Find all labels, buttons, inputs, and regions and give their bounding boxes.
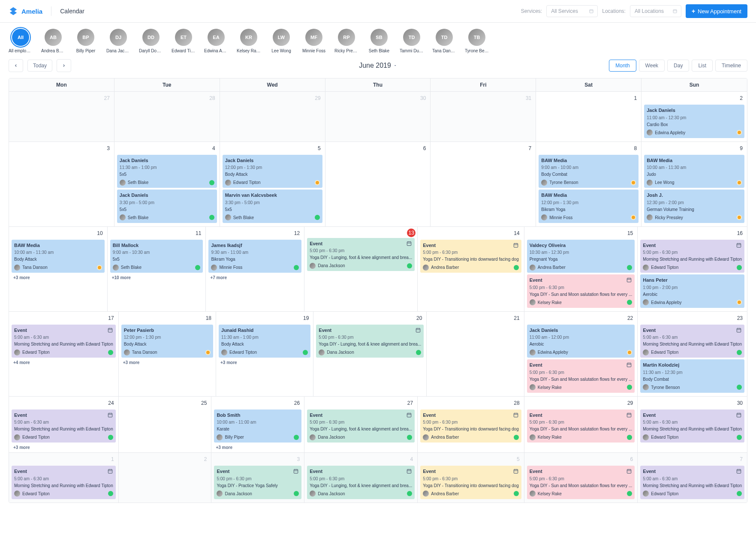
appointment-card[interactable]: Event5:00 pm - 6:30 pmMorning Stretching… — [640, 240, 744, 273]
appointment-card[interactable]: Valdecy Oliveira10:30 am - 12:30 pmPregn… — [527, 240, 635, 273]
calendar-day[interactable]: 21 — [427, 312, 524, 396]
calendar-day[interactable]: 22Jack Daniels11:00 am - 12:00 pmAerobic… — [524, 312, 638, 396]
calendar-day[interactable]: 26Bob Smith10:00 am - 11:00 amKarateBill… — [211, 397, 304, 453]
employee-item[interactable]: DDDaryll Donov... — [139, 29, 163, 53]
calendar-day[interactable]: 2Jack Daniels11:00 am - 12:30 pmCardio B… — [642, 92, 747, 142]
appointment-card[interactable]: Event5:00 pm - 6:30 pmYoga DIY - Sun and… — [527, 409, 635, 443]
appointment-card[interactable]: Event5:00 am - 6:30 amMorning Stretching… — [640, 325, 744, 358]
appointment-card[interactable]: Junaid Rashid11:30 am - 1:00 pmBody Atta… — [219, 325, 310, 358]
calendar-day[interactable]: 6Event5:00 pm - 6:30 pmYoga DIY - Sun an… — [524, 453, 638, 503]
next-button[interactable] — [57, 59, 71, 72]
employee-item[interactable]: TDTana Danson — [432, 29, 456, 53]
view-tab-list[interactable]: List — [692, 60, 713, 72]
today-button[interactable]: Today — [27, 60, 52, 72]
new-appointment-button[interactable]: + New Appointment — [686, 4, 747, 18]
appointment-card[interactable]: Event5:00 am - 6:30 amMorning Stretching… — [640, 466, 744, 499]
view-tab-timeline[interactable]: Timeline — [715, 60, 747, 72]
more-link[interactable]: +3 more — [218, 359, 311, 366]
employee-item[interactable]: LWLee Wong — [269, 29, 293, 53]
employee-item[interactable]: AllAll employees — [9, 29, 33, 53]
prev-button[interactable] — [9, 59, 23, 72]
appointment-card[interactable]: BAW Media12:00 pm - 1:30 pmBikram YogaMi… — [539, 190, 639, 223]
calendar-day[interactable]: 19Junaid Rashid11:30 am - 1:00 pmBody At… — [216, 312, 313, 396]
appointment-card[interactable]: James Ikadsjf9:30 am - 11:00 amBikram Yo… — [208, 240, 301, 273]
view-tab-week[interactable]: Week — [639, 60, 665, 72]
calendar-day[interactable]: 15Valdecy Oliveira10:30 am - 12:30 pmPre… — [524, 227, 638, 311]
appointment-card[interactable]: Event5:00 pm - 6:30 pmYoga DIY - Practic… — [214, 466, 301, 499]
employee-item[interactable]: ABAndrea Barber — [41, 29, 65, 53]
appointment-card[interactable]: Marvin van Kalcvsbeek3:30 pm - 5:00 pm5x… — [223, 190, 322, 223]
calendar-day[interactable]: 8BAW Media9:00 am - 10:00 amBody CombatT… — [536, 142, 642, 226]
calendar-day[interactable]: 18Peter Pasierb12:00 pm - 1:30 pmBody At… — [119, 312, 216, 396]
calendar-day[interactable]: 4Event5:00 pm - 6:30 pmYoga DIY - Lungin… — [304, 453, 418, 503]
appointment-card[interactable]: BAW Media10:00 am - 11:30 amBody AttackT… — [12, 240, 105, 273]
locations-select[interactable]: All Locations — [630, 5, 681, 17]
appointment-card[interactable]: Event5:00 pm - 6:30 pmYoga DIY - Transit… — [420, 466, 521, 499]
appointment-card[interactable]: Martin Kolodziej11:30 am - 12:30 pmBody … — [640, 359, 744, 393]
appointment-card[interactable]: Event5:00 pm - 6:30 pmYoga DIY - Lunging… — [316, 325, 424, 358]
appointment-card[interactable]: Event5:00 pm - 6:30 pmYoga DIY - Transit… — [420, 240, 521, 273]
more-link[interactable]: +3 more — [120, 359, 214, 366]
appointment-card[interactable]: Jack Daniels11:30 am - 1:00 pm5x5Seth Bl… — [117, 155, 217, 188]
more-link[interactable]: +4 more — [11, 359, 117, 366]
calendar-day[interactable]: 6 — [325, 142, 431, 226]
calendar-day[interactable]: 29 — [220, 92, 325, 142]
calendar-day[interactable]: 25 — [119, 397, 212, 453]
calendar-day[interactable]: 28 — [114, 92, 220, 142]
appointment-card[interactable]: Event5:00 pm - 6:30 pmYoga DIY - Lunging… — [307, 409, 415, 443]
employee-item[interactable]: TDTammi Dukes — [400, 29, 424, 53]
calendar-day[interactable]: 12James Ikadsjf9:30 am - 11:00 amBikram … — [206, 227, 304, 311]
appointment-card[interactable]: BAW Media9:00 am - 10:00 amBody CombatTy… — [539, 155, 639, 188]
employee-item[interactable]: EAEdwina Appl... — [204, 29, 228, 53]
more-link[interactable]: +3 more — [11, 274, 105, 281]
month-label[interactable]: June 2019 — [359, 62, 397, 69]
more-link[interactable]: +7 more — [208, 274, 302, 281]
appointment-card[interactable]: Event5:00 am - 6:30 amMorning Stretching… — [12, 409, 116, 443]
appointment-card[interactable]: Hans Peter1:00 pm - 2:00 pmAerobicEdwina… — [640, 274, 744, 308]
calendar-day[interactable]: 23Event5:00 am - 6:30 amMorning Stretchi… — [638, 312, 747, 396]
appointment-card[interactable]: Jack Daniels3:30 pm - 5:00 pm5x5Seth Bla… — [117, 190, 217, 223]
calendar-day[interactable]: 31 — [431, 92, 536, 142]
calendar-day[interactable]: 16Event5:00 pm - 6:30 pmMorning Stretchi… — [638, 227, 747, 311]
appointment-card[interactable]: Event5:00 pm - 6:30 pmYoga DIY - Sun and… — [527, 359, 635, 393]
appointment-card[interactable]: Event5:00 pm - 6:30 pmYoga DIY - Lunging… — [307, 238, 415, 271]
calendar-day[interactable]: 10BAW Media10:00 am - 11:30 amBody Attac… — [9, 227, 108, 311]
calendar-day[interactable]: 9BAW Media10:00 am - 11:30 amJudoLee Won… — [642, 142, 747, 226]
calendar-day[interactable]: 5Jack Daniels12:00 pm - 1:30 pmBody Atta… — [220, 142, 325, 226]
calendar-day[interactable]: 2 — [119, 453, 212, 503]
calendar-day[interactable]: 30 — [325, 92, 431, 142]
calendar-day[interactable]: 7Event5:00 am - 6:30 amMorning Stretchin… — [638, 453, 747, 503]
more-link[interactable]: +10 more — [109, 274, 204, 281]
calendar-day[interactable]: 3Event5:00 pm - 6:30 pmYoga DIY - Practi… — [211, 453, 304, 503]
more-link[interactable]: +3 more — [213, 444, 302, 451]
appointment-card[interactable]: Event5:00 pm - 6:30 pmYoga DIY - Sun and… — [527, 466, 635, 499]
more-link[interactable]: +3 more — [11, 444, 117, 451]
calendar-day[interactable]: 27Event5:00 pm - 6:30 pmYoga DIY - Lungi… — [304, 397, 418, 453]
appointment-card[interactable]: Event5:00 am - 6:30 amMorning Stretching… — [640, 409, 744, 443]
calendar-day[interactable]: 13Event5:00 pm - 6:30 pmYoga DIY - Lungi… — [304, 227, 418, 311]
services-select[interactable]: All Services — [546, 5, 598, 17]
employee-item[interactable]: DJDana Jackson — [106, 29, 130, 53]
brand-logo[interactable]: Amelia — [9, 6, 42, 16]
calendar-day[interactable]: 1Event5:00 am - 6:30 amMorning Stretchin… — [9, 453, 119, 503]
calendar-day[interactable]: 4Jack Daniels11:30 am - 1:00 pm5x5Seth B… — [114, 142, 220, 226]
employee-item[interactable]: RPRicky Pressley — [334, 29, 358, 53]
calendar-day[interactable]: 28Event5:00 pm - 6:30 pmYoga DIY - Trans… — [418, 397, 524, 453]
calendar-day[interactable]: 27 — [9, 92, 114, 142]
calendar-day[interactable]: 30Event5:00 am - 6:30 amMorning Stretchi… — [638, 397, 747, 453]
employee-item[interactable]: SBSeth Blake — [367, 29, 391, 53]
calendar-day[interactable]: 14Event5:00 pm - 6:30 pmYoga DIY - Trans… — [418, 227, 524, 311]
employee-item[interactable]: TBTyrone Benson — [465, 29, 489, 53]
calendar-day[interactable]: 1 — [536, 92, 642, 142]
appointment-card[interactable]: Event5:00 pm - 6:30 pmYoga DIY - Transit… — [420, 409, 521, 443]
calendar-day[interactable]: 5Event5:00 pm - 6:30 pmYoga DIY - Transi… — [418, 453, 524, 503]
appointment-card[interactable]: BAW Media10:00 am - 11:30 amJudoLee Wong — [644, 155, 744, 188]
view-tab-month[interactable]: Month — [609, 60, 636, 72]
appointment-card[interactable]: Jack Daniels11:00 am - 12:00 pmAerobicEd… — [527, 325, 635, 358]
calendar-day[interactable]: 24Event5:00 am - 6:30 amMorning Stretchi… — [9, 397, 119, 453]
appointment-card[interactable]: Event5:00 am - 6:30 amMorning Stretching… — [12, 466, 116, 499]
employee-item[interactable]: BPBilly Piper — [74, 29, 98, 53]
calendar-day[interactable]: 3 — [9, 142, 114, 226]
appointment-card[interactable]: Bill Mallock9:00 am - 10:30 am5x5Seth Bl… — [110, 240, 203, 273]
calendar-day[interactable]: 20Event5:00 pm - 6:30 pmYoga DIY - Lungi… — [313, 312, 427, 396]
